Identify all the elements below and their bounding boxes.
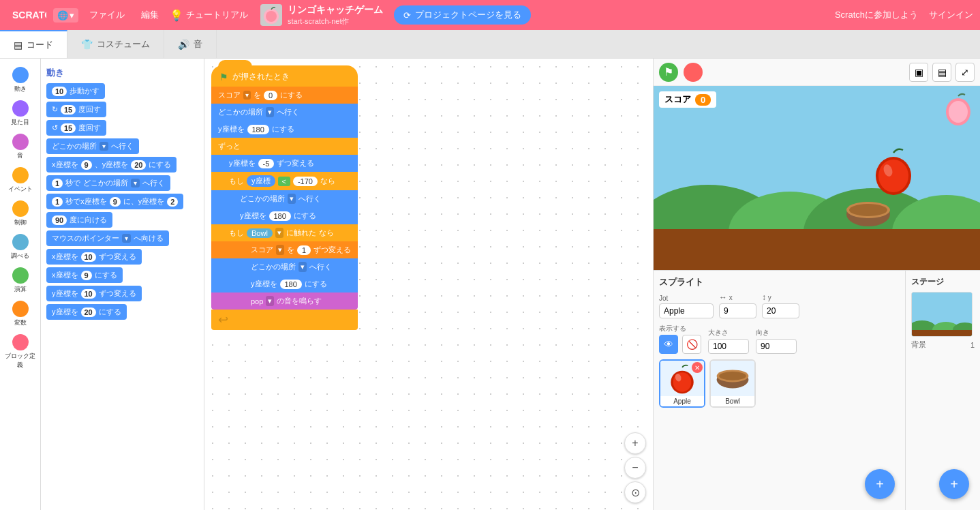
block-turn-left-span[interactable]: ↺ 15 度回す (46, 120, 106, 136)
script-block-score-set[interactable]: スコア ▾ を 0 にする (211, 87, 358, 104)
block-set-x[interactable]: x座標を 9 にする (46, 267, 198, 283)
block-set-xy[interactable]: x座標を 9 、y座標を 20 にする (46, 157, 198, 172)
if2-dropdown[interactable]: ▾ (275, 228, 284, 238)
block-point-dir-span[interactable]: 90 度に向ける (46, 212, 112, 228)
script-block-sety2[interactable]: y座標を 180 にする (211, 207, 358, 224)
script-canvas[interactable]: ⚑ が押されたとき スコア ▾ を 0 にする (204, 59, 653, 510)
sound-dropdown[interactable]: ▾ (266, 296, 274, 306)
stop-button[interactable] (684, 63, 703, 82)
score-dropdown-1[interactable]: ▾ (243, 91, 251, 100)
changey-val[interactable]: -5 (258, 159, 275, 168)
block-goto-random-span[interactable]: どこかの場所 ▾ へ行く (46, 138, 139, 154)
block-turn-right[interactable]: ↻ 15 度回す (46, 102, 198, 117)
block-set-x-span[interactable]: x座標を 9 にする (46, 267, 123, 283)
large-stage-button[interactable]: ▤ (932, 63, 951, 82)
sidebar-item-control[interactable]: 制御 (2, 198, 39, 230)
block-turn-left[interactable]: ↺ 15 度回す (46, 120, 198, 136)
add-stage-button[interactable]: + (939, 469, 969, 499)
script-block-if1[interactable]: もし y座標 < -170 なら (211, 172, 358, 190)
sprite-thumb-apple[interactable]: ✕ Apple (659, 359, 705, 408)
visible-eye-button[interactable]: 👁 (659, 335, 678, 354)
glide-dropdown[interactable]: ▾ (131, 179, 140, 188)
block-glide-xy[interactable]: 1 秒でx座標を 9 に、y座標を 2 (46, 194, 198, 209)
nav-edit-menu[interactable]: 編集 (136, 7, 164, 23)
goto-dropdown[interactable]: ▾ (99, 142, 108, 151)
block-change-y[interactable]: y座標を 10 ずつ変える (46, 286, 198, 301)
sidebar-item-operators[interactable]: 演算 (2, 265, 39, 297)
sety1-val[interactable]: 180 (247, 125, 269, 134)
zoom-reset-button[interactable]: ⊙ (624, 481, 646, 503)
block-glide-random-span[interactable]: 1 秒で どこかの場所 ▾ へ行く (46, 175, 170, 191)
if1-val[interactable]: -170 (293, 177, 318, 186)
point-mouse-dropdown[interactable]: ▾ (122, 234, 131, 243)
sprite-y-input[interactable] (762, 303, 799, 318)
block-change-x[interactable]: x座標を 10 ずつ変える (46, 249, 198, 265)
zoom-out-button[interactable]: − (624, 457, 646, 479)
sety3-val[interactable]: 180 (280, 280, 302, 289)
block-turn-right-span[interactable]: ↻ 15 度回す (46, 102, 106, 117)
signin-link[interactable]: サインイン (929, 9, 973, 21)
block-set-xy-span[interactable]: x座標を 9 、y座標を 20 にする (46, 157, 177, 172)
script-block-sety1[interactable]: y座標を 180 にする (211, 121, 358, 138)
nav-tutorial-btn[interactable]: 💡 チュートリアル (170, 9, 248, 22)
join-link[interactable]: Scratchに参加しよう (835, 9, 918, 21)
sidebar-item-sound[interactable]: 音 (2, 131, 39, 163)
block-set-y-span[interactable]: y座標を 20 にする (46, 304, 127, 320)
sidebar-item-myblocks[interactable]: ブロック定義 (2, 331, 39, 372)
sidebar-item-sensing[interactable]: 調べる (2, 231, 39, 263)
green-flag-button[interactable]: ⚑ (659, 63, 678, 82)
block-goto-random[interactable]: どこかの場所 ▾ へ行く (46, 138, 198, 154)
sprite-delete-apple[interactable]: ✕ (692, 362, 703, 373)
tab-costume[interactable]: 👕 コスチューム (67, 30, 164, 58)
block-point-mouse[interactable]: マウスのポインター ▾ へ向ける (46, 230, 198, 246)
script-block-if2[interactable]: もし Bowl ▾ に触れた なら (211, 224, 358, 241)
script-block-score-change[interactable]: スコア ▾ を 1 ずつ変える (211, 241, 358, 258)
project-page-button[interactable]: ⟳ プロジェクトページを見る (394, 5, 531, 25)
sprite-direction-input[interactable] (756, 339, 797, 354)
goto1-dropdown[interactable]: ▾ (266, 107, 274, 117)
script-block-goto1[interactable]: どこかの場所 ▾ へ行く (211, 104, 358, 121)
stage-thumbnail[interactable] (911, 292, 973, 337)
block-point-mouse-span[interactable]: マウスのポインター ▾ へ向ける (46, 230, 169, 246)
sprite-name-input[interactable] (659, 303, 714, 318)
add-sprite-button[interactable]: + (865, 469, 895, 499)
tab-code[interactable]: ▤ コード (0, 30, 67, 58)
block-change-y-span[interactable]: y座標を 10 ずつ変える (46, 286, 142, 301)
block-change-x-span[interactable]: x座標を 10 ずつ変える (46, 249, 142, 265)
sidebar-item-motion[interactable]: 動き (2, 64, 39, 96)
sidebar-item-events[interactable]: イベント (2, 164, 39, 196)
block-move[interactable]: 10 歩動かす (46, 83, 198, 99)
block-set-y[interactable]: y座標を 20 にする (46, 304, 198, 320)
zoom-in-button[interactable]: + (624, 432, 646, 454)
script-block-goto3[interactable]: どこかの場所 ▾ へ行く (211, 258, 358, 275)
tab-sound[interactable]: 🔊 音 (164, 30, 217, 58)
score-val-0[interactable]: 0 (264, 91, 277, 100)
sidebar-item-looks[interactable]: 見た目 (2, 97, 39, 130)
small-stage-button[interactable]: ▣ (909, 63, 928, 82)
hidden-eye-button[interactable]: 🚫 (682, 335, 701, 354)
sprite-thumb-bowl[interactable]: Bowl (709, 359, 756, 408)
nav-file-menu[interactable]: ファイル (84, 7, 130, 23)
block-glide-random[interactable]: 1 秒で どこかの場所 ▾ へ行く (46, 175, 198, 191)
score-change-dropdown[interactable]: ▾ (276, 245, 284, 255)
fullscreen-button[interactable]: ⤢ (955, 63, 975, 82)
block-glide-xy-span[interactable]: 1 秒でx座標を 9 に、y座標を 2 (46, 194, 183, 209)
sprite-x-input[interactable] (719, 303, 756, 318)
sety2-val[interactable]: 180 (269, 211, 291, 221)
script-block-changey[interactable]: y座標を -5 ずつ変える (211, 155, 358, 172)
sidebar-item-variables[interactable]: 変数 (2, 298, 39, 330)
scripts-content[interactable]: ⚑ が押されたとき スコア ▾ を 0 にする (204, 59, 653, 510)
script-block-forever[interactable]: ずっと (211, 138, 358, 155)
block-move-span[interactable]: 10 歩動かす (46, 83, 105, 99)
sprite-size-input[interactable] (708, 339, 749, 354)
script-block-sety3[interactable]: y座標を 180 にする (211, 275, 358, 292)
goto3-dropdown[interactable]: ▾ (298, 262, 307, 272)
score-change-val[interactable]: 1 (297, 245, 311, 255)
block-point-dir[interactable]: 90 度に向ける (46, 212, 198, 228)
script-block-goto2[interactable]: どこかの場所 ▾ へ行く (211, 190, 358, 207)
nav-globe-menu[interactable]: 🌐 ▾ (53, 8, 78, 22)
script-block-sound[interactable]: pop ▾ の音を鳴らす (211, 292, 358, 310)
scratch-logo[interactable]: SCRATCH (7, 5, 48, 25)
goto2-dropdown[interactable]: ▾ (288, 194, 296, 204)
script-block-hat[interactable]: ⚑ が押されたとき (211, 65, 358, 87)
